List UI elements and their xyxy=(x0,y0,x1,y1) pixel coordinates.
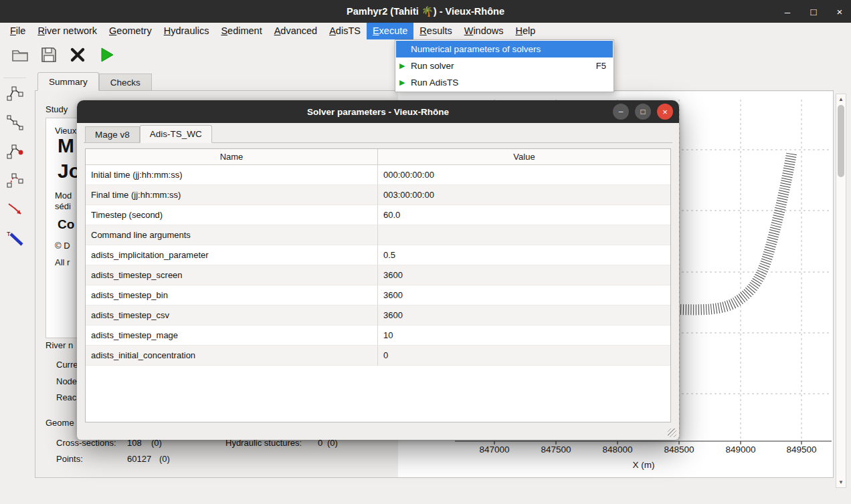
solver-parameters-table: Name Value Initial time (jj:hh:mm:ss) 00… xyxy=(85,148,671,422)
table-header-row: Name Value xyxy=(86,149,670,165)
scroll-up-icon[interactable]: ▲ xyxy=(836,96,846,102)
geometry-group-title: Geome xyxy=(45,418,74,428)
floppy-icon xyxy=(39,45,58,64)
x-icon xyxy=(68,45,87,64)
param-value-cell[interactable]: 3600 xyxy=(378,265,670,285)
river-row2-label: Node xyxy=(56,376,77,386)
scroll-down-icon[interactable]: ▼ xyxy=(836,479,846,485)
menu-windows[interactable]: Windows xyxy=(458,23,510,39)
vertical-scrollbar[interactable]: ▲ ▼ xyxy=(836,94,846,488)
menu-file[interactable]: File xyxy=(4,23,31,39)
menu-adists[interactable]: AdisTS xyxy=(323,23,367,39)
red-curve-icon[interactable] xyxy=(6,201,25,219)
menu-river-network[interactable]: River network xyxy=(31,23,103,39)
study-bold-line: Co xyxy=(58,217,74,232)
x-tick-label: 847000 xyxy=(479,445,509,455)
menu-help[interactable]: Help xyxy=(510,23,542,39)
sidebar-divider xyxy=(3,78,26,78)
dialog-resize-grip[interactable] xyxy=(668,428,676,437)
param-name-cell: adists_implicitation_parameter xyxy=(86,245,378,265)
river-row3-label: Reac xyxy=(56,392,76,402)
study-rights-line: All r xyxy=(55,257,70,267)
menu-execute[interactable]: Execute xyxy=(367,23,413,39)
table-row: adists_timestep_screen 3600 xyxy=(86,265,670,285)
study-heading-line1: M xyxy=(58,134,74,157)
x-axis-label: X (m) xyxy=(633,460,655,470)
param-value-cell[interactable]: 10 xyxy=(378,326,670,346)
param-name-cell: adists_timestep_csv xyxy=(86,305,378,326)
window-controls: – □ × xyxy=(781,0,846,23)
table-row: adists_implicitation_parameter 0.5 xyxy=(86,245,670,265)
menu-results[interactable]: Results xyxy=(413,23,458,39)
tab-checks[interactable]: Checks xyxy=(99,74,152,91)
param-name-cell: Timestep (second) xyxy=(86,205,378,225)
minimize-icon[interactable]: – xyxy=(781,6,793,17)
dialog-titlebar[interactable]: Solver parameters - Vieux-Rhône – □ × xyxy=(77,100,679,123)
table-row: adists_timestep_mage 10 xyxy=(86,326,670,346)
param-value-cell[interactable]: 003:00:00:00 xyxy=(378,185,670,205)
param-name-cell: adists_timestep_bin xyxy=(86,285,378,305)
table-body: Initial time (jj:hh:mm:ss) 000:00:00:00 … xyxy=(86,165,670,366)
param-value-cell[interactable] xyxy=(378,225,670,245)
delete-button[interactable] xyxy=(68,45,88,65)
param-value-cell[interactable]: 0.5 xyxy=(378,245,670,265)
menu-sediment[interactable]: Sediment xyxy=(215,23,268,39)
study-text-line2: sédi xyxy=(55,201,71,211)
tab-mage-v8[interactable]: Mage v8 xyxy=(85,126,140,143)
param-value-cell[interactable]: 60.0 xyxy=(378,205,670,225)
param-value-cell[interactable]: 0 xyxy=(378,346,670,366)
table-row: adists_initial_concentration 0 xyxy=(86,346,670,366)
menu-item-run-adists[interactable]: ▶ Run AdisTS xyxy=(396,74,613,91)
menu-item-run-solver[interactable]: ▶ Run solver F5 xyxy=(396,57,613,74)
param-name-cell: Command line arguments xyxy=(86,225,378,245)
param-name-cell: adists_timestep_mage xyxy=(86,326,378,346)
open-button[interactable] xyxy=(10,45,30,65)
x-tick-label: 849000 xyxy=(725,445,755,455)
dialog-minimize-icon[interactable]: – xyxy=(613,104,629,120)
cross-section-icon[interactable] xyxy=(6,114,25,132)
menu-item-label: Run AdisTS xyxy=(411,78,458,88)
param-name-cell: adists_initial_concentration xyxy=(86,346,378,366)
param-value-cell[interactable]: 3600 xyxy=(378,305,670,326)
menu-hydraulics[interactable]: Hydraulics xyxy=(158,23,215,39)
param-value-cell[interactable]: 000:00:00:00 xyxy=(378,165,670,185)
menu-geometry[interactable]: Geometry xyxy=(103,23,158,39)
main-tabbar: Summary Checks xyxy=(37,72,152,91)
solver-parameters-dialog: Solver parameters - Vieux-Rhône – □ × Ma… xyxy=(77,100,679,440)
menu-advanced[interactable]: Advanced xyxy=(268,23,324,39)
column-header-value[interactable]: Value xyxy=(378,149,670,164)
river-row1-label: Curre xyxy=(56,360,78,370)
study-copyright-line: © D xyxy=(55,241,70,251)
x-tick-label: 848000 xyxy=(602,445,632,455)
dialog-close-icon[interactable]: × xyxy=(657,104,673,120)
network-dashed-red-icon[interactable] xyxy=(6,171,25,190)
tab-summary[interactable]: Summary xyxy=(37,72,99,91)
table-row: Command line arguments xyxy=(86,225,670,245)
app-window: Pamhyr2 (Tahiti 🌴) - Vieux-Rhône – □ × F… xyxy=(0,0,851,504)
menu-item-label: Run solver xyxy=(411,61,454,71)
maximize-icon[interactable]: □ xyxy=(808,6,820,17)
scrollbar-thumb[interactable] xyxy=(838,105,844,177)
param-value-cell[interactable]: 3600 xyxy=(378,285,670,305)
play-icon xyxy=(97,45,116,64)
menu-item-shortcut: F5 xyxy=(596,61,606,71)
run-button[interactable] xyxy=(96,45,116,65)
river-group-title: River n xyxy=(45,340,73,350)
dialog-maximize-icon[interactable]: □ xyxy=(635,104,651,120)
dialog-tabbar: Mage v8 Adis-TS_WC xyxy=(85,125,212,143)
tab-adis-ts-wc[interactable]: Adis-TS_WC xyxy=(140,125,212,143)
menu-item-numerical-parameters[interactable]: Numerical parameters of solvers xyxy=(396,41,613,57)
close-icon[interactable]: × xyxy=(834,6,846,17)
param-name-cell: Initial time (jj:hh:mm:ss) xyxy=(86,165,378,185)
study-text-line1: Mod xyxy=(55,191,72,201)
table-row: adists_timestep_csv 3600 xyxy=(86,305,670,326)
points-value: 60127 xyxy=(127,454,151,464)
save-button[interactable] xyxy=(39,45,59,65)
river-network-icon[interactable] xyxy=(6,84,25,103)
network-red-node-icon[interactable] xyxy=(6,142,25,161)
play-icon: ▶ xyxy=(399,78,411,87)
window-title: Pamhyr2 (Tahiti 🌴) - Vieux-Rhône xyxy=(347,6,504,17)
column-header-name[interactable]: Name xyxy=(86,149,378,164)
blue-tracer-icon[interactable]: T xyxy=(6,229,25,247)
window-titlebar[interactable]: Pamhyr2 (Tahiti 🌴) - Vieux-Rhône – □ × xyxy=(0,0,851,23)
